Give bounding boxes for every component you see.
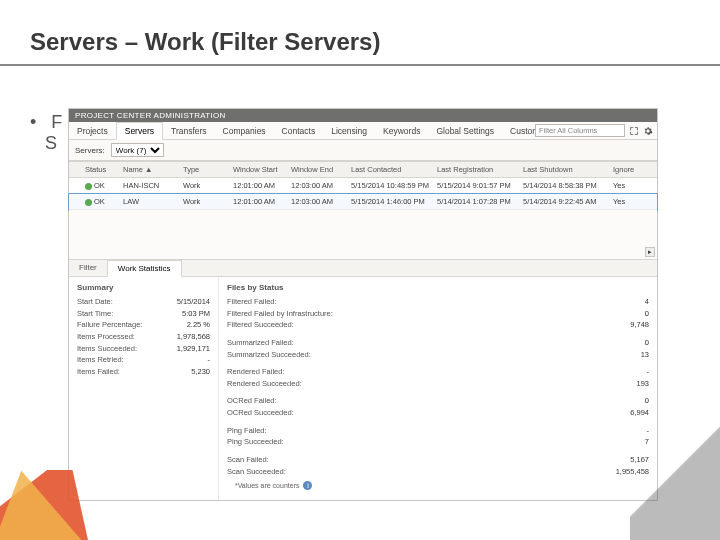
table-row[interactable]: OKHAN-ISCNWork12:01:00 AM12:03:00 AM5/15… bbox=[69, 178, 657, 194]
files-by-status-row: Ping Failed:- bbox=[227, 425, 649, 437]
summary-title: Summary bbox=[77, 283, 210, 292]
nav-tab-companies[interactable]: Companies bbox=[215, 123, 274, 139]
cell: 12:03:00 AM bbox=[289, 180, 349, 191]
col-header[interactable]: Name ▲ bbox=[121, 164, 181, 175]
files-by-status-row: Scan Failed:5,167 bbox=[227, 454, 649, 466]
subtab-work-statistics[interactable]: Work Statistics bbox=[107, 260, 182, 277]
counters-footnote: *Values are counters i bbox=[227, 477, 649, 494]
work-statistics-panel: Summary Start Date:5/15/2014Start Time:5… bbox=[69, 277, 657, 500]
files-by-status-row: Summarized Succeeded:13 bbox=[227, 349, 649, 361]
bullet-dot: • bbox=[30, 112, 36, 132]
decorative-prism bbox=[0, 470, 90, 540]
grid-header: StatusName ▲TypeWindow StartWindow EndLa… bbox=[69, 161, 657, 178]
files-by-status-row: OCRed Failed:0 bbox=[227, 395, 649, 407]
servers-label: Servers: bbox=[75, 146, 105, 155]
expand-icon[interactable] bbox=[629, 126, 639, 136]
summary-row: Items Processed:1,978,568 bbox=[77, 331, 210, 343]
col-header[interactable]: Type bbox=[181, 164, 231, 175]
gear-icon[interactable] bbox=[643, 126, 653, 136]
decorative-watermark bbox=[630, 410, 720, 540]
files-by-status-row: Scan Succeeded:1,955,458 bbox=[227, 466, 649, 478]
table-row[interactable]: OKLAWWork12:01:00 AM12:03:00 AM5/15/2014… bbox=[69, 194, 657, 210]
servers-toolbar: Servers: Work (7) bbox=[69, 140, 657, 161]
cell: 5/15/2014 10:48:59 PM bbox=[349, 180, 435, 191]
main-nav: ProjectsServersTransfersCompaniesContact… bbox=[69, 122, 657, 140]
cell: 5/14/2014 8:58:38 PM bbox=[521, 180, 611, 191]
grid-blank-area: ▸ bbox=[69, 210, 657, 260]
files-by-status-row: Filtered Succeeded:9,748 bbox=[227, 319, 649, 331]
summary-column: Summary Start Date:5/15/2014Start Time:5… bbox=[69, 277, 219, 500]
files-by-status-row: OCRed Succeeded:6,994 bbox=[227, 407, 649, 419]
status-ok-icon bbox=[85, 183, 92, 190]
files-by-status-title: Files by Status bbox=[227, 283, 649, 292]
cell bbox=[69, 185, 83, 187]
summary-row: Items Retried:- bbox=[77, 354, 210, 366]
col-header[interactable]: Ignore bbox=[611, 164, 641, 175]
servers-select[interactable]: Work (7) bbox=[111, 143, 164, 157]
sub-tabs: FilterWork Statistics bbox=[69, 260, 657, 277]
summary-row: Start Time:5:03 PM bbox=[77, 308, 210, 320]
files-by-status-row: Filtered Failed:4 bbox=[227, 296, 649, 308]
files-by-status-column: Files by Status Filtered Failed:4Filtere… bbox=[219, 277, 657, 500]
nav-tab-keywords[interactable]: Keywords bbox=[375, 123, 428, 139]
files-by-status-row: Rendered Succeeded:193 bbox=[227, 378, 649, 390]
cell: 5/15/2014 1:46:00 PM bbox=[349, 196, 435, 207]
subtab-filter[interactable]: Filter bbox=[69, 260, 107, 276]
cell: Work bbox=[181, 180, 231, 191]
cell: 12:01:00 AM bbox=[231, 180, 289, 191]
scroll-right-icon[interactable]: ▸ bbox=[645, 247, 655, 257]
nav-tab-projects[interactable]: Projects bbox=[69, 123, 116, 139]
bullet-text-2: S bbox=[45, 133, 57, 153]
nav-tab-global-settings[interactable]: Global Settings bbox=[428, 123, 502, 139]
files-by-status-row: Ping Succeeded:7 bbox=[227, 436, 649, 448]
nav-tab-contacts[interactable]: Contacts bbox=[274, 123, 324, 139]
summary-row: Start Date:5/15/2014 bbox=[77, 296, 210, 308]
cell: OK bbox=[83, 180, 121, 191]
files-by-status-row: Filtered Failed by Infrastructure:0 bbox=[227, 308, 649, 320]
col-header[interactable]: Last Registration bbox=[435, 164, 521, 175]
bullet-text-1: F bbox=[51, 112, 62, 132]
files-by-status-row: Summarized Failed:0 bbox=[227, 337, 649, 349]
cell: 12:03:00 AM bbox=[289, 196, 349, 207]
slide-title: Servers – Work (Filter Servers) bbox=[0, 0, 720, 66]
cell: 5/15/2014 9:01:57 PM bbox=[435, 180, 521, 191]
cell: Yes bbox=[611, 180, 641, 191]
cell: OK bbox=[83, 196, 121, 207]
cell: Work bbox=[181, 196, 231, 207]
col-header[interactable]: Window End bbox=[289, 164, 349, 175]
info-icon[interactable]: i bbox=[303, 481, 312, 490]
admin-app-window: PROJECT CENTER ADMINISTRATION ProjectsSe… bbox=[68, 108, 658, 501]
cell: 5/14/2014 1:07:28 PM bbox=[435, 196, 521, 207]
cell: HAN-ISCN bbox=[121, 180, 181, 191]
summary-row: Failure Percentage:2.25 % bbox=[77, 319, 210, 331]
filter-all-columns-input[interactable]: Filter All Columns bbox=[535, 124, 625, 137]
cell: 12:01:00 AM bbox=[231, 196, 289, 207]
cell bbox=[69, 201, 83, 203]
status-ok-icon bbox=[85, 199, 92, 206]
col-header bbox=[69, 169, 83, 171]
app-header: PROJECT CENTER ADMINISTRATION bbox=[69, 109, 657, 122]
summary-row: Items Succeeded:1,929,171 bbox=[77, 343, 210, 355]
cell: 5/14/2014 9:22:45 AM bbox=[521, 196, 611, 207]
summary-row: Items Failed:5,230 bbox=[77, 366, 210, 378]
col-header[interactable]: Last Shutdown bbox=[521, 164, 611, 175]
nav-tab-licensing[interactable]: Licensing bbox=[323, 123, 375, 139]
col-header[interactable]: Window Start bbox=[231, 164, 289, 175]
grid-body: OKHAN-ISCNWork12:01:00 AM12:03:00 AM5/15… bbox=[69, 178, 657, 210]
col-header[interactable]: Status bbox=[83, 164, 121, 175]
files-by-status-row: Rendered Failed:- bbox=[227, 366, 649, 378]
col-header[interactable]: Last Contacted bbox=[349, 164, 435, 175]
nav-tab-servers[interactable]: Servers bbox=[116, 122, 163, 140]
slide-bullet: • F S bbox=[30, 112, 62, 154]
cell: Yes bbox=[611, 196, 641, 207]
nav-tab-transfers[interactable]: Transfers bbox=[163, 123, 215, 139]
cell: LAW bbox=[121, 196, 181, 207]
